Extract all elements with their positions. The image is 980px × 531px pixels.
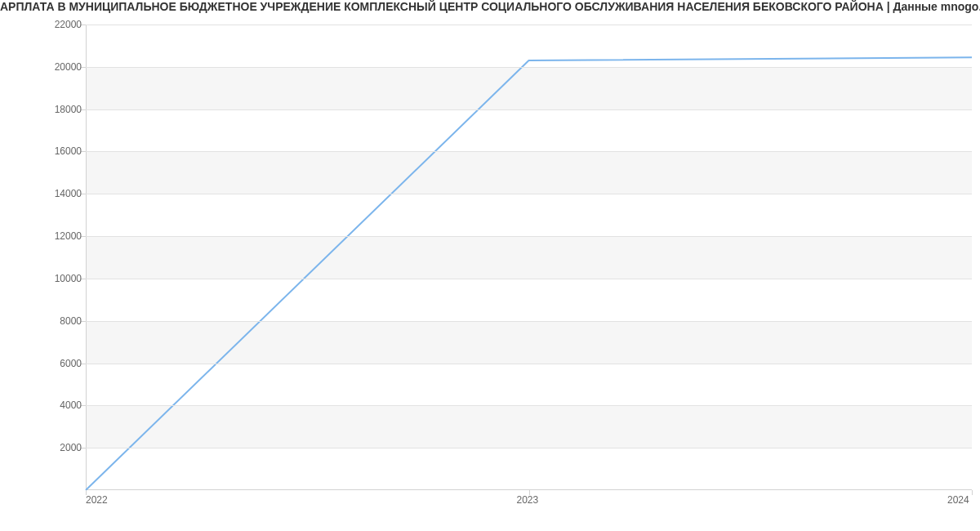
y-tick-label: 8000 — [33, 315, 82, 327]
plot-inner — [86, 25, 972, 490]
y-gridline — [86, 151, 972, 152]
y-tick-label: 6000 — [33, 358, 82, 369]
y-tick-label: 10000 — [33, 273, 82, 284]
plot-area — [86, 25, 972, 490]
y-tick-label: 18000 — [33, 104, 82, 115]
y-gridline — [86, 405, 972, 406]
x-tick-label: 2022 — [86, 494, 108, 506]
y-gridline — [86, 321, 972, 322]
y-tick-label: 12000 — [33, 230, 82, 242]
x-tick-label: 2023 — [517, 494, 539, 506]
x-tick-label: 2024 — [947, 494, 969, 506]
y-tick-label: 22000 — [33, 19, 82, 30]
y-tick-label: 20000 — [33, 61, 82, 73]
y-gridline — [86, 236, 972, 237]
chart-container: АРПЛАТА В МУНИЦИПАЛЬНОЕ БЮДЖЕТНОЕ УЧРЕЖД… — [0, 0, 980, 531]
y-tick-label: 2000 — [33, 442, 82, 453]
y-tick-label: 16000 — [33, 145, 82, 157]
y-gridline — [86, 279, 972, 279]
y-gridline — [86, 364, 972, 364]
y-gridline — [86, 67, 972, 68]
y-tick-label: 14000 — [33, 188, 82, 199]
y-gridline — [86, 448, 972, 448]
y-gridline — [86, 109, 972, 110]
y-tick-label: 4000 — [33, 399, 82, 411]
data-line — [86, 25, 972, 490]
chart-title: АРПЛАТА В МУНИЦИПАЛЬНОЕ БЮДЖЕТНОЕ УЧРЕЖД… — [0, 0, 980, 13]
x-tick-mark — [972, 490, 973, 495]
y-gridline — [86, 25, 972, 25]
y-gridline — [86, 194, 972, 194]
